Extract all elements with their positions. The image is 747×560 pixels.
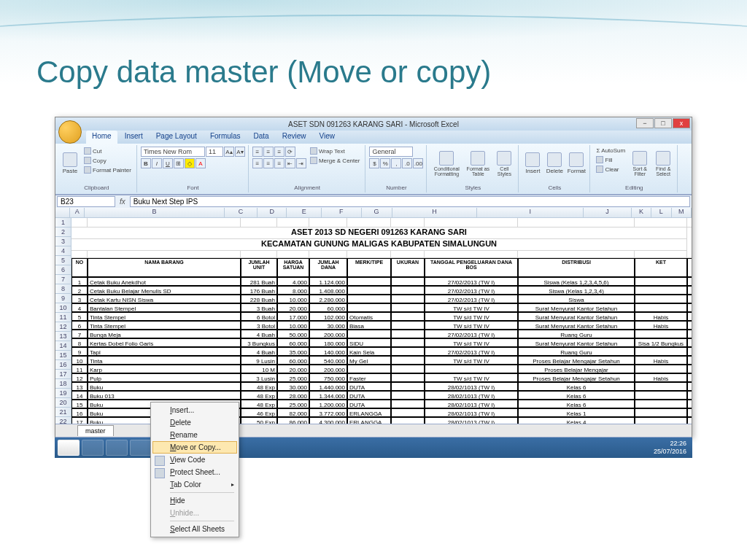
comma-button[interactable]: , (391, 158, 401, 168)
context-menu-insert[interactable]: Insert... (152, 404, 237, 416)
autosum-button[interactable]: Σ AutoSum (594, 147, 627, 155)
cell[interactable] (635, 365, 687, 373)
cell[interactable]: Kertas Dobel Folio Garis (88, 338, 241, 347)
clear-button[interactable]: Clear (594, 165, 627, 174)
cell[interactable]: 10.000 (277, 295, 309, 303)
dec-decimal-button[interactable]: .00 (413, 158, 423, 168)
cell[interactable] (309, 251, 347, 258)
cell[interactable]: 12 (71, 373, 88, 382)
percent-button[interactable]: % (380, 158, 390, 168)
cell[interactable] (391, 356, 425, 365)
col-header-H[interactable]: H (392, 208, 478, 218)
cell[interactable] (391, 391, 425, 400)
cell[interactable]: Kelas 6 (518, 391, 635, 400)
row-header-4[interactable]: 4 (55, 246, 71, 256)
cell[interactable]: Buku (88, 382, 241, 391)
cell[interactable]: 10.000 (277, 321, 309, 330)
tab-page-layout[interactable]: Page Layout (150, 131, 203, 144)
cell[interactable] (635, 417, 687, 424)
cell[interactable]: 14 (71, 391, 88, 400)
cell[interactable] (635, 400, 687, 408)
cell[interactable]: Habis (635, 373, 687, 382)
cell[interactable]: 16 (71, 408, 88, 417)
cell[interactable]: Kelas 6 (518, 400, 635, 408)
cell[interactable]: ASET 2013 SD NEGERI 091263 KARANG SARI (71, 228, 687, 239)
cell[interactable]: 281 Buah (241, 277, 277, 286)
cell[interactable] (687, 408, 692, 417)
row-header-1[interactable]: 1 (55, 218, 71, 228)
row-header-5[interactable]: 5 (55, 256, 71, 265)
row-header-7[interactable]: 7 (55, 275, 71, 284)
cell[interactable] (347, 330, 391, 338)
cell[interactable]: 1.440.000 (309, 382, 347, 391)
cell[interactable] (391, 303, 425, 312)
cell[interactable]: 9 (71, 347, 88, 356)
cell[interactable] (687, 286, 692, 295)
cell[interactable]: 46 Exp (241, 408, 277, 417)
paste-button[interactable]: Paste (60, 147, 80, 180)
cell[interactable]: TW s/d TW IV (425, 373, 518, 382)
cell[interactable]: Otomatis (347, 312, 391, 321)
col-header-E[interactable]: E (287, 208, 321, 218)
cell[interactable] (687, 312, 692, 321)
copy-button[interactable]: Copy (82, 156, 133, 165)
row-header-15[interactable]: 15 (55, 351, 71, 360)
col-header-F[interactable]: F (322, 208, 362, 218)
cell[interactable]: NAMA BARANG (88, 258, 241, 277)
cell[interactable]: 28/02/1013 (TW I) (425, 382, 518, 391)
minimize-button[interactable]: − (636, 118, 654, 128)
start-button[interactable] (58, 440, 80, 456)
cell[interactable]: Tapl (88, 347, 241, 356)
row-header-21[interactable]: 21 (55, 408, 71, 417)
cell[interactable]: 10 M (241, 365, 277, 373)
close-button[interactable]: x (673, 118, 690, 128)
cell[interactable] (635, 286, 687, 295)
cell[interactable]: Biasa (347, 321, 391, 330)
cell[interactable]: 4 Buah (241, 347, 277, 356)
col-header-J[interactable]: J (584, 208, 632, 218)
row-header-16[interactable]: 16 (55, 360, 71, 370)
cell[interactable]: 20.000 (277, 365, 309, 373)
cell[interactable] (391, 417, 425, 424)
taskbar-powerpoint[interactable] (130, 440, 152, 456)
cell[interactable]: 25.000 (277, 373, 309, 382)
cell[interactable]: Kain Sela (347, 347, 391, 356)
align-center-button[interactable]: ≡ (263, 158, 274, 168)
cell[interactable] (687, 277, 692, 286)
row-header-10[interactable]: 10 (55, 303, 71, 313)
cell[interactable]: Ruang Guru (518, 347, 635, 356)
cell[interactable] (391, 365, 425, 373)
delete-cells-button[interactable]: Delete (544, 147, 565, 180)
cell[interactable]: Cetak Buku Anekdhot (88, 277, 241, 286)
cell[interactable] (518, 251, 635, 258)
cell[interactable] (518, 218, 635, 228)
cell[interactable] (391, 338, 425, 347)
cell[interactable]: 82.000 (277, 408, 309, 417)
cell[interactable] (391, 312, 425, 321)
cell[interactable]: SIDU (347, 338, 391, 347)
col-header-D[interactable]: D (258, 208, 287, 218)
align-left-button[interactable]: ≡ (252, 158, 263, 168)
cell[interactable]: MERK/TIPE (347, 258, 391, 277)
row-header-22[interactable]: 22 (55, 417, 71, 424)
cell[interactable]: 28.000 (277, 391, 309, 400)
cell[interactable] (635, 408, 687, 417)
cell[interactable] (687, 347, 692, 356)
cell[interactable]: 1.124.000 (309, 277, 347, 286)
cell[interactable]: Surat Menyurat Kantor Setahun (518, 312, 635, 321)
cell[interactable]: 200.000 (309, 365, 347, 373)
cell[interactable]: 25.000 (277, 400, 309, 408)
cell[interactable]: 50 Exp (241, 417, 277, 424)
cell[interactable]: KET (635, 258, 687, 277)
maximize-button[interactable]: □ (654, 118, 672, 128)
cell[interactable]: Proses Belajar Mengajar Setahun (518, 356, 635, 365)
cell[interactable]: 28/02/1013 (TW I) (425, 417, 518, 424)
col-header-M[interactable]: M (672, 208, 692, 218)
cell[interactable]: 3.772.000 (309, 408, 347, 417)
format-as-table-button[interactable]: Format as Table (464, 147, 492, 180)
font-color-button[interactable]: A (196, 158, 206, 168)
format-painter-button[interactable]: Format Painter (82, 166, 133, 174)
context-menu-protect-sheet[interactable]: Protect Sheet... (152, 466, 237, 478)
row-header-18[interactable]: 18 (55, 379, 71, 389)
cell[interactable]: 1.200.000 (309, 400, 347, 408)
